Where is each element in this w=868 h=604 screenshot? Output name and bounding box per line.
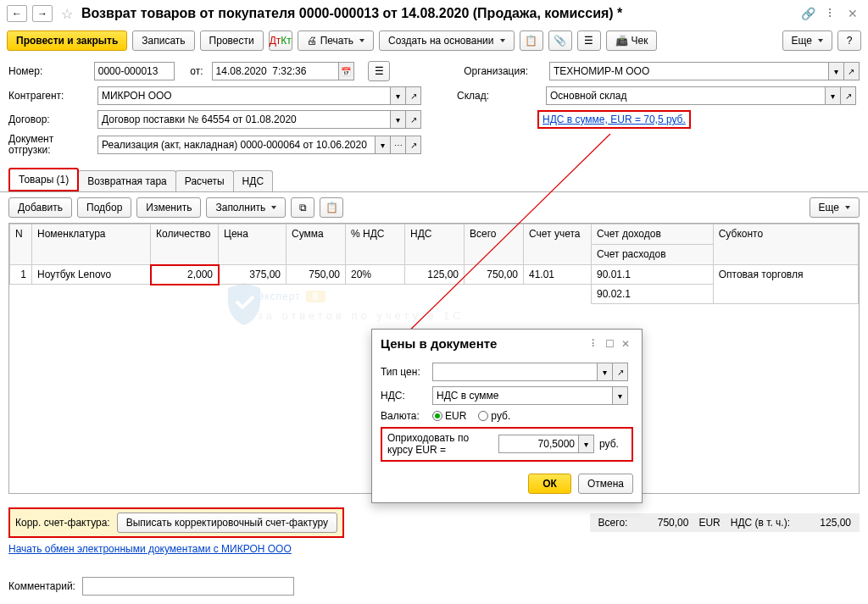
contract-dropdown-icon[interactable]: ▾ [391,110,406,129]
comment-label: Комментарий: [8,580,75,592]
totals-currency: EUR [698,517,720,529]
col-vat: НДС [405,224,465,265]
warehouse-label: Склад: [457,90,537,102]
shipdoc-select-icon[interactable]: ⋯ [391,136,406,154]
warehouse-field[interactable] [546,86,826,105]
table-more-button[interactable]: Еще [810,197,860,218]
qty-cell[interactable]: 2,000 [151,265,219,285]
tab-goods[interactable]: Товары (1) [8,168,79,191]
help-button[interactable]: ? [837,30,861,51]
calendar-icon[interactable]: 📅 [339,62,354,80]
select-rows-button[interactable]: Подбор [77,197,131,218]
org-field[interactable] [549,62,829,80]
link-icon[interactable]: 🔗 [798,5,819,22]
popup-cancel-button[interactable]: Отмена [578,474,633,494]
totals-vat: 125,00 [800,517,851,529]
popup-vat-field[interactable] [432,386,613,405]
col-vat-pct: % НДС [346,224,405,265]
change-button[interactable]: Изменить [136,197,201,218]
prices-popup: Цены в документе ⠇ ☐ ✕ Тип цен: ▾ ↗ НДС:… [371,329,643,503]
price-type-open[interactable]: ↗ [613,363,628,381]
counterparty-open-icon[interactable]: ↗ [406,86,421,105]
totals-vat-label: НДС (в т. ч.): [731,517,790,529]
totals-sum: 750,00 [637,517,688,529]
col-sum: Сумма [287,224,346,265]
list-icon-button[interactable]: ☰ [577,30,601,51]
number-field[interactable] [94,62,175,80]
col-qty: Количество [151,224,219,265]
shipdoc-field[interactable] [97,136,376,154]
fill-button[interactable]: Заполнить [206,197,286,218]
popup-maximize-icon[interactable]: ☐ [602,338,618,350]
col-expense: Счет расходов [592,245,714,265]
save-button[interactable]: Записать [132,30,194,51]
shipdoc-open-icon[interactable]: ↗ [406,136,421,154]
print-button[interactable]: 🖨 Печать [298,30,374,51]
tab-returnable[interactable]: Возвратная тара [78,170,176,191]
warehouse-dropdown-icon[interactable]: ▾ [826,86,841,105]
tab-vat[interactable]: НДС [233,170,273,191]
counterparty-field[interactable] [97,86,391,105]
rate-field[interactable] [498,435,579,453]
shipdoc-dropdown-icon[interactable]: ▾ [376,136,391,154]
table-row[interactable]: 1 Ноутбук Lenovo 2,000 375,00 750,00 20%… [10,265,859,285]
col-income: Счет доходов [592,224,714,245]
close-icon[interactable]: ✕ [844,5,861,22]
rate-label: Оприходовать по курсу EUR = [387,432,493,457]
col-price: Цена [219,224,287,265]
org-dropdown-icon[interactable]: ▾ [829,62,844,80]
col-account: Счет учета [524,224,592,265]
col-total: Всего [465,224,524,265]
currency-rub-radio[interactable]: руб. [478,410,510,422]
comment-field[interactable] [82,577,294,596]
date-field[interactable] [212,62,339,80]
attach-icon-button[interactable]: 📎 [548,30,572,51]
create-based-on-button[interactable]: Создать на основании [379,30,515,51]
nav-forward-button[interactable]: → [32,5,53,22]
post-and-close-button[interactable]: Провести и закрыть [7,30,127,51]
dt-kt-button[interactable]: ДтКт [269,30,292,51]
org-open-icon[interactable]: ↗ [844,62,860,80]
price-type-field[interactable] [432,363,598,381]
more-button[interactable]: Еще [782,30,832,51]
shipdoc-label: Документ отгрузки: [8,134,89,156]
warehouse-open-icon[interactable]: ↗ [841,86,856,105]
pin-icon[interactable]: ⠇ [824,5,839,22]
rate-dropdown[interactable]: ▾ [579,435,594,453]
post-button[interactable]: Провести [200,30,264,51]
popup-menu-icon[interactable]: ⠇ [587,338,602,350]
contract-field[interactable] [97,110,391,129]
contract-open-icon[interactable]: ↗ [406,110,421,129]
add-row-button[interactable]: Добавить [8,197,72,218]
from-label: от: [183,65,203,77]
price-type-dropdown[interactable]: ▾ [598,363,613,381]
receipt-button[interactable]: 📠 Чек [606,30,658,51]
create-corr-invoice-button[interactable]: Выписать корректировочный счет-фактуру [117,513,337,533]
counterparty-dropdown-icon[interactable]: ▾ [391,86,406,105]
currency-label: Валюта: [381,410,427,422]
popup-title: Цены в документе [381,336,587,351]
number-label: Номер: [8,65,86,77]
org-label: Организация: [464,65,541,77]
doc-icon-button[interactable]: 📋 [520,30,543,51]
popup-close-icon[interactable]: ✕ [618,338,633,350]
star-icon[interactable]: ☆ [58,6,76,22]
date-extra-button[interactable]: ☰ [368,61,391,81]
window-title: Возврат товаров от покупателя 0000-00001… [81,6,793,21]
currency-eur-radio[interactable]: EUR [432,410,466,422]
nav-back-button[interactable]: ← [7,5,27,22]
popup-vat-label: НДС: [381,390,427,402]
vat-settings-link[interactable]: НДС в сумме, EUR = 70,5 руб. [537,110,691,129]
paste-icon-button[interactable]: 📋 [320,197,343,218]
corr-invoice-label: Корр. счет-фактура: [15,517,110,529]
col-nom: Номенклатура [32,224,151,265]
tab-calc[interactable]: Расчеты [175,170,234,191]
edi-link[interactable]: Начать обмен электронными документами с … [8,543,292,555]
popup-vat-dropdown[interactable]: ▾ [613,386,628,405]
counterparty-label: Контрагент: [8,90,89,102]
contract-label: Договор: [8,114,89,125]
copy-icon-button[interactable]: ⧉ [291,197,314,218]
popup-ok-button[interactable]: ОК [528,474,571,494]
totals-label: Всего: [598,517,628,529]
rate-unit: руб. [599,438,619,450]
